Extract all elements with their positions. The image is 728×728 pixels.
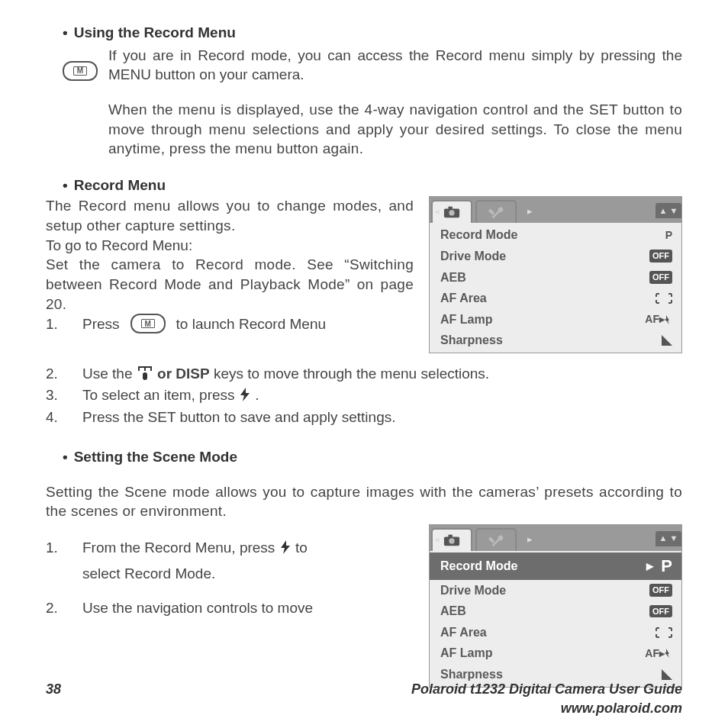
step-2-disp: or DISP bbox=[157, 366, 210, 382]
sharpness-icon bbox=[662, 669, 672, 680]
text-scene-1: Setting the Scene mode allows you to cap… bbox=[46, 482, 682, 521]
svg-point-5 bbox=[449, 538, 454, 543]
heading-record-menu: Record Menu bbox=[74, 176, 166, 195]
text-record-menu-1: The Record menu allows you to change mod… bbox=[46, 196, 414, 235]
footer-url: www.polaroid.com bbox=[411, 699, 682, 717]
step-1-text-b: to launch Record Menu bbox=[176, 314, 326, 334]
step-num-1: 1. bbox=[46, 314, 72, 334]
menu-row-af-lamp: AF LampAF▸ bbox=[430, 643, 681, 664]
step-2-text-b: keys to move through the menu selections… bbox=[214, 366, 489, 382]
step-num-3: 3. bbox=[46, 385, 72, 407]
menu-row-record-mode: Record ModeP bbox=[430, 224, 681, 246]
step-3-text-b: . bbox=[255, 387, 259, 403]
scene-step-num-1: 1. bbox=[46, 538, 72, 559]
svg-point-2 bbox=[449, 211, 454, 216]
step-num-4: 4. bbox=[46, 407, 72, 427]
menu-row-aeb: AEBOFF bbox=[430, 601, 681, 622]
tab-tools-icon bbox=[475, 528, 517, 551]
scene-step-1c: select Record Mode. bbox=[82, 564, 215, 584]
menu-button-icon bbox=[130, 314, 166, 333]
menu-row-record-mode-selected: Record Mode▶P bbox=[430, 552, 681, 580]
scene-step-num-2: 2. bbox=[46, 598, 72, 618]
macro-icon bbox=[137, 366, 153, 380]
footer-title: Polaroid t1232 Digital Camera User Guide bbox=[411, 680, 682, 698]
page-number: 38 bbox=[46, 680, 61, 698]
step-num-2: 2. bbox=[46, 364, 72, 384]
menu-row-drive-mode: Drive ModeOFF bbox=[430, 580, 681, 601]
record-menu-screenshot-2: ◂ ▸ ▲ ▼ Record Mode▶P Drive ModeOFF AEBO… bbox=[429, 524, 682, 688]
step-3-text-a: To select an item, press bbox=[82, 387, 239, 403]
flash-icon bbox=[279, 540, 292, 559]
menu-row-sharpness: Sharpness bbox=[430, 330, 681, 351]
af-area-icon bbox=[656, 627, 672, 638]
record-menu-screenshot-1: ◂ ▸ ▲ ▼ Record ModeP Drive ModeOFF AEBOF… bbox=[429, 196, 682, 353]
menu-row-drive-mode: Drive ModeOFF bbox=[430, 246, 681, 267]
flash-icon bbox=[239, 387, 251, 407]
scroll-indicator-icon: ▲ ▼ bbox=[656, 203, 681, 218]
step-1-text-a: Press bbox=[82, 314, 120, 334]
menu-row-aeb: AEBOFF bbox=[430, 267, 681, 288]
heading-scene-mode: Setting the Scene Mode bbox=[74, 447, 237, 467]
text-p2: When the menu is displayed, use the 4-wa… bbox=[108, 100, 682, 159]
af-lamp-icon: AF▸ bbox=[645, 646, 672, 661]
af-area-icon bbox=[656, 293, 672, 304]
menu-row-af-lamp: AF LampAF▸ bbox=[430, 309, 681, 330]
scene-step-1b: to bbox=[295, 540, 308, 556]
menu-button-icon bbox=[63, 61, 98, 81]
svg-rect-4 bbox=[448, 535, 453, 538]
tab-tools-icon bbox=[475, 200, 517, 223]
text-p1: If you are in Record mode, you can acces… bbox=[108, 46, 682, 85]
menu-row-af-area: AF Area bbox=[430, 288, 681, 309]
menu-row-af-area: AF Area bbox=[430, 622, 681, 643]
heading-using-record-menu: Using the Record Menu bbox=[74, 23, 236, 43]
sharpness-icon bbox=[662, 335, 672, 346]
text-record-menu-3: Set the camera to Record mode. See “Swit… bbox=[46, 255, 414, 314]
step-2-text-a: Use the bbox=[82, 366, 137, 382]
scroll-indicator-icon: ▲ ▼ bbox=[656, 531, 681, 546]
step-4-text: Press the SET button to save and apply s… bbox=[82, 407, 396, 427]
af-lamp-icon: AF▸ bbox=[645, 312, 672, 327]
scene-step-1a: From the Record Menu, press bbox=[82, 540, 279, 556]
text-record-menu-2: To go to Record Menu: bbox=[46, 236, 414, 256]
svg-rect-1 bbox=[448, 207, 453, 210]
scene-step-2: Use the navigation controls to move bbox=[82, 598, 313, 618]
